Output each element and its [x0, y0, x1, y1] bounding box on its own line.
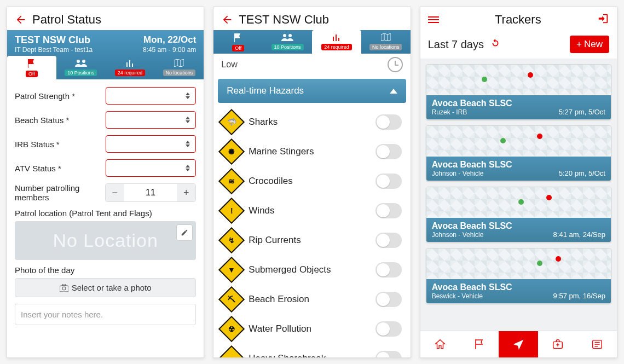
- beach-status-label: Beach Status *: [15, 115, 106, 125]
- tracker-club: Avoca Beach SLSC: [432, 99, 512, 108]
- menu-icon[interactable]: [428, 15, 439, 25]
- tracker-time: 9:57 pm, 16/Sep: [553, 292, 605, 300]
- tab-flag[interactable]: Off: [213, 30, 263, 54]
- select-photo-label: Select or take a photo: [72, 283, 152, 292]
- hazard-label: Marine Stingers: [249, 146, 375, 157]
- tab-locations-badge: No locations: [369, 44, 402, 50]
- hazard-icon: !: [218, 198, 245, 224]
- tracker-time: 5:20 pm, 5/Oct: [559, 169, 605, 177]
- svg-point-6: [62, 287, 66, 290]
- tab-flag-badge: Off: [232, 45, 244, 51]
- nav-first-aid[interactable]: [538, 331, 577, 357]
- nav-home[interactable]: [420, 331, 460, 357]
- tracker-card[interactable]: Avoca Beach SLSC Ruzek - IRB 5:27 pm, 5/…: [426, 64, 611, 120]
- hazard-toggle[interactable]: [375, 233, 402, 248]
- svg-point-1: [82, 60, 85, 63]
- atv-status-label: ATV Status *: [15, 164, 106, 173]
- irb-status-label: IRB Status *: [15, 140, 106, 149]
- tracker-map: [426, 187, 611, 218]
- hazard-toggle[interactable]: [375, 292, 402, 307]
- nav-news[interactable]: [577, 331, 617, 357]
- back-icon[interactable]: [221, 14, 233, 26]
- tab-locations-badge: No locations: [163, 70, 196, 76]
- hazard-toggle[interactable]: [375, 144, 402, 159]
- tab-locations[interactable]: No locations: [361, 30, 411, 54]
- tab-locations[interactable]: No locations: [154, 56, 204, 79]
- hazards-header[interactable]: Real-time Hazards: [218, 79, 406, 103]
- svg-point-8: [283, 34, 286, 37]
- collapse-icon: [390, 89, 397, 94]
- patrol-strength-select[interactable]: [106, 87, 197, 105]
- tab-positions-badge: 10 Positions: [271, 44, 304, 50]
- svg-rect-12: [338, 38, 339, 41]
- tab-required[interactable]: 24 required: [312, 30, 361, 54]
- form-content: Patrol Strength * Beach Status * IRB Sta…: [7, 79, 204, 357]
- beach-status-select[interactable]: [106, 111, 197, 129]
- bottom-nav: [420, 331, 617, 357]
- tab-positions[interactable]: 10 Positions: [263, 30, 312, 54]
- hazard-label: Sharks: [249, 117, 375, 128]
- tracker-info: Avoca Beach SLSC Beswick - Vehicle 9:57 …: [426, 279, 611, 303]
- hazard-icon: ✺: [218, 138, 245, 165]
- svg-rect-4: [132, 63, 133, 67]
- hazard-label: Winds: [249, 205, 375, 216]
- no-location-panel: No Location: [15, 221, 196, 260]
- low-label: Low: [221, 60, 237, 70]
- tracker-card[interactable]: Avoca Beach SLSC Beswick - Vehicle 9:57 …: [426, 248, 611, 304]
- tracker-card[interactable]: Avoca Beach SLSC Johnson - Vehicle 5:20 …: [426, 125, 611, 181]
- members-increment[interactable]: +: [177, 184, 195, 201]
- members-label: Number patrolling members: [15, 183, 105, 202]
- screen-trackers: Trackers Last 7 days + New Avoca Beach S…: [420, 7, 617, 358]
- club-bar: TEST NSW Club Mon, 22/Oct IT Dept Best T…: [7, 30, 204, 56]
- nav-flag[interactable]: [460, 331, 499, 357]
- notes-textarea[interactable]: Insert your notes here.: [15, 304, 196, 325]
- svg-point-9: [288, 34, 292, 37]
- page-title: Patrol Status: [32, 13, 196, 27]
- team-name: IT Dept Best Team - test1a: [15, 46, 93, 54]
- trackers-list: Avoca Beach SLSC Ruzek - IRB 5:27 pm, 5/…: [420, 59, 617, 331]
- nav-tracker[interactable]: [499, 331, 538, 357]
- hazard-row: ▼ Submerged Objects: [213, 255, 410, 285]
- hazards-list: 🦈 Sharks ✺ Marine Stingers ≋ Crocodiles …: [213, 107, 410, 357]
- hazard-toggle[interactable]: [375, 114, 402, 130]
- select-photo-button[interactable]: Select or take a photo: [15, 278, 196, 297]
- hazard-toggle[interactable]: [375, 351, 402, 357]
- hazard-toggle[interactable]: [375, 174, 402, 189]
- tracker-club: Avoca Beach SLSC: [432, 160, 512, 170]
- filter-row: Last 7 days + New: [420, 30, 617, 59]
- edit-location-button[interactable]: [176, 224, 193, 241]
- hazard-row: ↯ Rip Currents: [213, 226, 410, 255]
- app-header: Patrol Status: [7, 7, 204, 30]
- irb-status-select[interactable]: [106, 135, 197, 153]
- low-row: Low: [213, 54, 410, 76]
- patrol-strength-label: Patrol Strength *: [15, 91, 106, 101]
- hazard-row: 🦈 Sharks: [213, 107, 410, 137]
- tab-required-badge: 24 required: [115, 70, 146, 76]
- new-button[interactable]: + New: [570, 36, 609, 53]
- hazards-title: Real-time Hazards: [227, 85, 304, 96]
- tab-positions[interactable]: 10 Positions: [56, 56, 106, 79]
- back-icon[interactable]: [15, 14, 27, 26]
- no-location-text: No Location: [53, 230, 158, 251]
- last7-filter[interactable]: Last 7 days: [428, 37, 570, 52]
- tab-flag[interactable]: Off: [7, 56, 56, 79]
- hazard-row: ~ Heavy Shorebreak: [213, 344, 410, 357]
- tabs-bar: Off 10 Positions 24 required No location…: [7, 56, 204, 79]
- tracker-card[interactable]: Avoca Beach SLSC Johnson - Vehicle 8:41 …: [426, 187, 611, 242]
- tab-required[interactable]: 24 required: [106, 56, 155, 79]
- hazard-toggle[interactable]: [375, 262, 402, 278]
- hazard-row: ✺ Marine Stingers: [213, 137, 410, 166]
- hazard-icon: ☢: [218, 316, 245, 342]
- svg-rect-7: [62, 284, 66, 286]
- hazard-toggle[interactable]: [375, 203, 402, 218]
- hazard-label: Crocodiles: [249, 176, 375, 187]
- hazard-toggle[interactable]: [375, 321, 402, 337]
- tracker-unit: Beswick - Vehicle: [432, 292, 512, 300]
- hazard-row: ☢ Water Pollution: [213, 314, 410, 344]
- hazard-icon: ≋: [218, 168, 245, 194]
- refresh-icon[interactable]: [489, 37, 501, 52]
- members-decrement[interactable]: −: [106, 184, 124, 201]
- clock-icon[interactable]: [388, 57, 403, 72]
- logout-icon[interactable]: [597, 13, 609, 27]
- atv-status-select[interactable]: [106, 159, 197, 177]
